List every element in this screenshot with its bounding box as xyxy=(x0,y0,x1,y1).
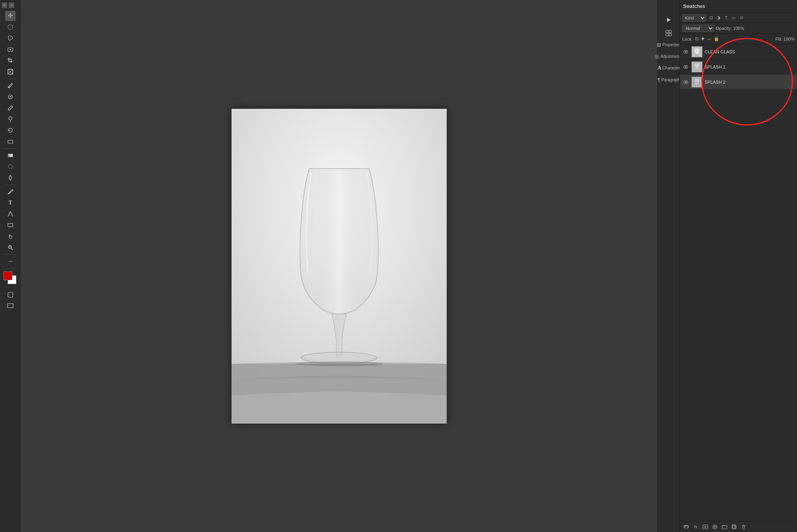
opacity-label: Opacity: xyxy=(716,26,732,31)
panel-tab-paragraph[interactable]: ¶ Paragraph xyxy=(659,75,678,85)
tool-clone-stamp[interactable] xyxy=(5,114,16,124)
tool-object-selection[interactable] xyxy=(5,44,16,55)
layer-visibility-splash-1[interactable] xyxy=(682,63,689,71)
canvas-document[interactable] xyxy=(232,109,447,424)
layers-panel: Swatches Kind ⊡ ◑ T ▭ ⊙ Normal xyxy=(679,0,797,532)
tool-screen-mode[interactable] xyxy=(5,300,16,311)
tool-lasso[interactable] xyxy=(5,33,16,43)
tool-crop[interactable] xyxy=(5,55,16,66)
add-mask-button[interactable] xyxy=(701,523,709,531)
opacity-value[interactable]: 100% xyxy=(733,26,744,31)
blend-mode-select[interactable]: Normal xyxy=(682,25,714,32)
layer-item-clean-glass[interactable]: CLEAN GLASS xyxy=(680,44,797,59)
svg-rect-15 xyxy=(8,224,13,227)
blend-opacity-row: Normal Opacity: 100% xyxy=(680,23,797,34)
fill-label: Fill: xyxy=(775,37,782,41)
lock-position-icon[interactable]: ✚ xyxy=(701,36,705,41)
tool-quick-mask[interactable] xyxy=(5,290,16,300)
lock-all-icon[interactable]: 🔒 xyxy=(714,36,719,41)
lock-pixels-icon[interactable]: ⊡ xyxy=(695,36,699,41)
add-adjustment-button[interactable] xyxy=(711,523,719,531)
delete-layer-button[interactable] xyxy=(740,523,748,531)
layer-name-splash-2: SPLASH 2 xyxy=(705,80,795,84)
new-group-button[interactable] xyxy=(720,523,728,531)
color-swatches[interactable] xyxy=(4,271,18,285)
play-button[interactable] xyxy=(659,14,678,26)
svg-point-25 xyxy=(303,353,375,361)
svg-point-8 xyxy=(8,110,9,110)
svg-point-38 xyxy=(685,66,687,68)
filter-smart-icon[interactable]: ⊙ xyxy=(738,15,744,21)
tool-text[interactable]: T xyxy=(5,198,16,208)
toolbar-expand-button[interactable]: » xyxy=(9,2,14,8)
filter-type-icon[interactable]: T xyxy=(723,15,729,21)
tool-history[interactable] xyxy=(5,125,16,135)
fill-value[interactable]: 100% xyxy=(783,37,795,41)
svg-rect-12 xyxy=(8,140,13,143)
layer-thumbnail-splash-2 xyxy=(691,77,703,88)
svg-rect-13 xyxy=(8,154,13,157)
character-label: Character xyxy=(663,66,680,71)
svg-point-2 xyxy=(10,49,11,51)
filter-shape-icon[interactable]: ▭ xyxy=(730,15,737,21)
svg-point-33 xyxy=(685,51,687,53)
toolbar-bottom-items xyxy=(5,289,16,311)
tool-eraser[interactable] xyxy=(5,136,16,147)
left-toolbar: ✕ » xyxy=(0,0,21,532)
svg-point-26 xyxy=(295,361,383,366)
panel-grid-icon[interactable] xyxy=(659,27,678,39)
panel-tab-character[interactable]: A Character xyxy=(659,63,678,74)
tool-pen[interactable] xyxy=(5,186,16,197)
tool-spot-heal[interactable] xyxy=(5,92,16,102)
svg-rect-31 xyxy=(669,33,671,36)
tool-separator-2 xyxy=(4,148,16,149)
tool-dodge[interactable] xyxy=(5,173,16,183)
layer-item-splash-2[interactable]: SPLASH 2 xyxy=(680,75,797,90)
svg-marker-27 xyxy=(667,18,671,22)
search-filter-icons: ⊡ ◑ T ▭ ⊙ xyxy=(708,15,744,21)
add-link-button[interactable] xyxy=(682,523,690,531)
toolbar-close-row: ✕ » xyxy=(0,2,21,9)
svg-rect-30 xyxy=(666,33,668,36)
layer-visibility-splash-2[interactable] xyxy=(682,79,689,86)
new-layer-button[interactable] xyxy=(730,523,738,531)
tool-more[interactable]: ··· xyxy=(5,256,16,267)
panel-tab-properties[interactable]: ⊞ Properties xyxy=(659,39,678,50)
tool-frame[interactable] xyxy=(5,67,16,77)
tool-move[interactable] xyxy=(5,11,16,21)
tool-path-selection[interactable] xyxy=(5,209,16,219)
right-section: ⊞ Properties ◎ Adjustments A Character ¶… xyxy=(658,0,797,532)
filter-adjust-icon[interactable]: ◑ xyxy=(715,15,722,21)
paragraph-icon: ¶ xyxy=(658,77,660,83)
tool-shape[interactable] xyxy=(5,220,16,230)
svg-point-14 xyxy=(8,165,12,169)
app-container: ✕ » xyxy=(0,0,797,532)
foreground-color[interactable] xyxy=(4,271,12,280)
tool-separator-1 xyxy=(4,79,16,79)
svg-point-6 xyxy=(8,87,10,88)
tool-blur[interactable] xyxy=(5,161,16,172)
properties-label: Properties xyxy=(662,43,681,47)
tool-brush[interactable] xyxy=(5,103,16,113)
search-bar: Kind ⊡ ◑ T ▭ ⊙ xyxy=(680,13,797,23)
toolbar-close-button[interactable]: ✕ xyxy=(2,2,7,8)
tool-zoom[interactable] xyxy=(5,242,16,253)
tool-separator-4 xyxy=(4,254,16,255)
lock-artboard-icon[interactable]: ↔ xyxy=(707,37,711,41)
tool-marquee[interactable] xyxy=(5,22,16,32)
paragraph-label: Paragraph xyxy=(662,78,680,82)
opacity-row: Opacity: 100% xyxy=(716,26,744,31)
svg-line-17 xyxy=(11,248,13,250)
layer-item-splash-1[interactable]: SPLASH 1 xyxy=(680,59,797,75)
svg-point-0 xyxy=(8,25,13,29)
panel-tab-adjustments[interactable]: ◎ Adjustments xyxy=(659,51,678,62)
filter-pixel-icon[interactable]: ⊡ xyxy=(708,15,714,21)
filter-kind-select[interactable]: Kind xyxy=(682,14,706,22)
layer-name-splash-1: SPLASH 1 xyxy=(705,65,795,69)
tool-gradient[interactable] xyxy=(5,150,16,161)
layer-visibility-clean-glass[interactable] xyxy=(682,48,689,55)
tool-separator-3 xyxy=(4,185,16,185)
add-fx-button[interactable]: fx xyxy=(692,523,700,531)
tool-eyedropper[interactable] xyxy=(5,80,16,91)
tool-hand[interactable] xyxy=(5,231,16,241)
